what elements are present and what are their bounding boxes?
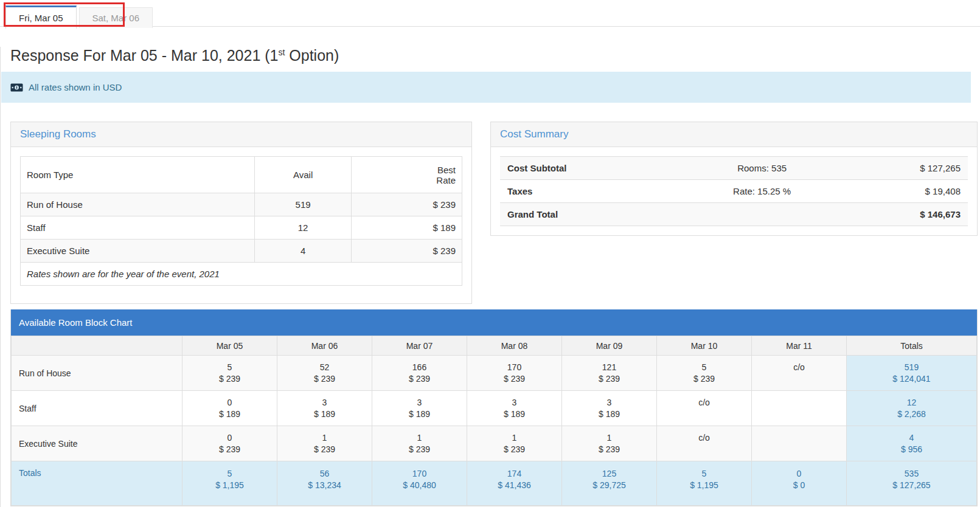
room-block-chart-table: Mar 05 Mar 06 Mar 07 Mar 08 Mar 09 Mar 1… [11,336,977,506]
room-block-chart-title: Available Room Block Chart [11,309,977,336]
cell-rate [754,373,844,385]
chart-row-label: Executive Suite [12,426,182,461]
cell-count: 3 [565,397,654,409]
tab-sat-mar-06[interactable]: Sat, Mar 06 [79,7,153,28]
cost-summary-title: Cost Summary [491,122,977,147]
rates-info-text: All rates shown in USD [29,82,122,92]
cell-count: 5 [185,468,274,480]
page-title-prefix: Response For Mar 05 - Mar 10, 2021 (1 [10,47,278,64]
column-header-avail: Avail [254,157,352,193]
column-header-best-rate-text: Best Rate [433,165,456,185]
chart-cell: 0$ 189 [182,391,277,426]
cell-rate: $ 189 [470,409,559,420]
rates-info-banner: All rates shown in USD [1,72,971,103]
taxes-row: Taxes Rate: 15.25 % $ 19,408 [500,180,968,203]
cost-row-label: Cost Subtotal [500,157,687,180]
grand-total-row: Grand Total $ 146,673 [500,203,968,226]
chart-row-totals: Totals 5$ 1,195 56$ 13,234 170$ 40,480 1… [12,461,977,506]
cell-count: 3 [470,397,559,409]
chart-cell: 125$ 29,725 [562,461,657,506]
chart-cell [752,426,847,461]
cell-count: 3 [280,397,369,409]
table-row: Executive Suite 4 $ 239 [21,240,462,263]
chart-row-staff: Staff 0$ 189 3$ 189 3$ 189 3$ 189 3$ 189… [12,391,977,426]
cost-row-amount: $ 127,265 [837,157,968,180]
footnote-row: Rates shown are for the year of the even… [21,263,462,286]
cell-rate: $ 127,265 [849,480,974,491]
chart-cell: 1$ 239 [372,426,467,461]
table-row: Staff 12 $ 189 [21,216,462,240]
chart-cell: 170$ 40,480 [372,461,467,506]
cell-count: 170 [470,362,559,373]
cost-row-label: Taxes [500,180,687,203]
cell-count: 174 [470,468,559,480]
cell-count: 1 [565,432,654,444]
cell-rate: $ 239 [375,373,464,385]
chart-header-row: Mar 05 Mar 06 Mar 07 Mar 08 Mar 09 Mar 1… [12,336,977,356]
chart-cell: 121$ 239 [562,356,657,391]
cell-count: 5 [659,362,749,373]
cell-count: 0 [185,432,274,444]
tab-fri-mar-05[interactable]: Fri, Mar 05 [5,5,77,29]
cell-rate: $ 239 [565,373,654,385]
chart-cell: 174$ 41,436 [467,461,562,506]
best-rate-cell: $ 189 [352,216,462,240]
cell-rate: $ 2,268 [849,409,974,420]
chart-header-date: Mar 08 [467,336,562,356]
cell-rate: $ 189 [565,409,654,420]
panels-row: Sleeping Rooms Room Type Avail Best Rate [10,122,978,304]
money-bill-icon [10,83,23,92]
chart-cell: c/o [657,426,752,461]
chart-cell: 5$ 239 [182,356,277,391]
chart-cell: 3$ 189 [277,391,372,426]
cell-rate: $ 29,725 [565,480,654,491]
chart-cell: 166$ 239 [372,356,467,391]
chart-row-label: Totals [12,461,182,506]
best-rate-cell: $ 239 [352,240,462,263]
cell-count: c/o [754,362,844,373]
room-type-cell: Executive Suite [21,240,255,263]
sleeping-rooms-header-row: Room Type Avail Best Rate [21,157,462,193]
cell-count: 12 [849,397,974,409]
room-type-cell: Staff [21,216,255,240]
cell-rate: $ 1,195 [185,480,274,491]
room-type-cell: Run of House [21,193,255,216]
column-header-best-rate: Best Rate [352,157,462,193]
cell-count: 170 [375,468,464,480]
chart-cell [752,391,847,426]
chart-row-label: Run of House [12,356,182,391]
cell-rate: $ 239 [659,373,749,385]
cell-rate: $ 239 [185,373,274,385]
chart-cell: 3$ 189 [467,391,562,426]
chart-header-empty [12,336,182,356]
avail-cell: 519 [254,193,352,216]
cost-row-amount: $ 19,408 [837,180,968,203]
chart-row-run-of-house: Run of House 5$ 239 52$ 239 166$ 239 170… [12,356,977,391]
best-rate-cell: $ 239 [352,193,462,216]
chart-header-date: Mar 07 [372,336,467,356]
sleeping-rooms-body: Room Type Avail Best Rate Run of House 5… [11,147,471,295]
avail-cell: 12 [254,216,352,240]
cell-count [754,432,844,444]
page-title-ordinal: st [278,47,285,57]
chart-cell-total: 519$ 124,041 [847,356,977,391]
chart-header-date: Mar 05 [182,336,277,356]
cell-rate: $ 189 [375,409,464,420]
cell-rate [754,409,844,420]
page-title: Response For Mar 05 - Mar 10, 2021 (1st … [10,47,978,64]
cell-rate: $ 124,041 [849,373,974,385]
room-block-chart-panel: Available Room Block Chart Mar 05 Mar 06… [10,309,978,506]
cell-count: 56 [280,468,369,480]
chart-cell: 3$ 189 [372,391,467,426]
rates-footnote: Rates shown are for the year of the even… [21,263,462,286]
cost-subtotal-row: Cost Subtotal Rooms: 535 $ 127,265 [500,157,968,180]
chart-cell: 170$ 239 [467,356,562,391]
chart-cell-total: 12$ 2,268 [847,391,977,426]
chart-header-date: Mar 10 [657,336,752,356]
cell-rate: $ 189 [280,409,369,420]
chart-header-date: Mar 06 [277,336,372,356]
chart-cell: 52$ 239 [277,356,372,391]
chart-cell: 3$ 189 [562,391,657,426]
sleeping-rooms-table: Room Type Avail Best Rate Run of House 5… [20,156,462,286]
cell-count: 121 [565,362,654,373]
